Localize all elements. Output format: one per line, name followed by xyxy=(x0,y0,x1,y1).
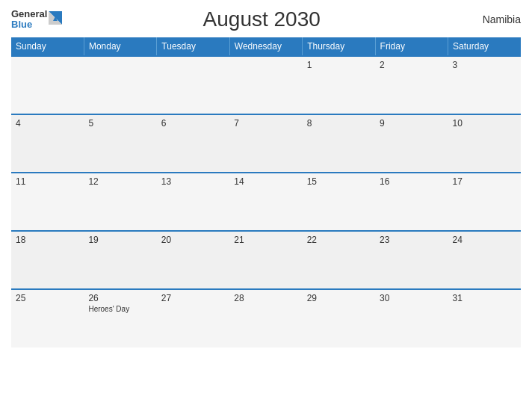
week-row-5: 25 26 Heroes' Day 27 28 29 30 31 xyxy=(11,289,521,347)
day-cell: 17 xyxy=(448,173,521,231)
day-cell: 16 xyxy=(375,173,448,231)
day-cell: 12 xyxy=(84,173,156,231)
day-cell: 19 xyxy=(84,231,156,289)
day-cell: 27 xyxy=(157,289,229,347)
calendar-table: Sunday Monday Tuesday Wednesday Thursday… xyxy=(11,37,521,347)
heroes-day-event: Heroes' Day xyxy=(88,305,152,313)
day-cell: 18 xyxy=(11,231,84,289)
page-header: General Blue ▲ August 2030 Namibia xyxy=(11,7,521,31)
day-cell: 22 xyxy=(303,231,375,289)
day-cell: 6 xyxy=(157,114,229,173)
country-label: Namibia xyxy=(461,13,521,25)
header-thursday: Thursday xyxy=(303,37,375,56)
day-cell: 25 xyxy=(11,289,84,347)
day-cell xyxy=(157,56,229,114)
week-row-4: 18 19 20 21 22 23 24 xyxy=(11,231,521,289)
header-monday: Monday xyxy=(84,37,156,56)
day-cell: 20 xyxy=(157,231,229,289)
day-cell: 7 xyxy=(229,114,302,173)
day-cell: 31 xyxy=(448,289,521,347)
header-friday: Friday xyxy=(375,37,448,56)
day-cell: 24 xyxy=(448,231,521,289)
week-row-2: 4 5 6 7 8 9 10 xyxy=(11,114,521,173)
day-cell: 30 xyxy=(375,289,448,347)
day-cell: 8 xyxy=(303,114,375,173)
logo-general-text: General xyxy=(11,9,47,19)
day-cell: 21 xyxy=(229,231,302,289)
logo-blue-text: Blue xyxy=(11,19,47,30)
day-cell: 15 xyxy=(303,173,375,231)
day-cell: 1 xyxy=(303,56,375,114)
day-cell: 29 xyxy=(303,289,375,347)
day-cell: 23 xyxy=(375,231,448,289)
header-saturday: Saturday xyxy=(448,37,521,56)
svg-text:▲: ▲ xyxy=(52,14,59,22)
header-sunday: Sunday xyxy=(11,37,84,56)
day-cell: 4 xyxy=(11,114,84,173)
page-title: August 2030 xyxy=(62,7,461,31)
weekday-header-row: Sunday Monday Tuesday Wednesday Thursday… xyxy=(11,37,521,56)
logo: General Blue ▲ xyxy=(11,9,62,31)
day-cell: 5 xyxy=(84,114,156,173)
week-row-3: 11 12 13 14 15 16 17 xyxy=(11,173,521,231)
logo-flag-icon: ▲ xyxy=(49,11,62,25)
day-cell xyxy=(229,56,302,114)
day-cell-heroes: 26 Heroes' Day xyxy=(84,289,156,347)
day-cell: 10 xyxy=(448,114,521,173)
day-cell: 14 xyxy=(229,173,302,231)
day-cell: 28 xyxy=(229,289,302,347)
day-cell: 11 xyxy=(11,173,84,231)
week-row-1: 1 2 3 xyxy=(11,56,521,114)
day-cell: 9 xyxy=(375,114,448,173)
day-cell xyxy=(84,56,156,114)
calendar-page: General Blue ▲ August 2030 Namibia Sunda… xyxy=(0,0,532,411)
header-wednesday: Wednesday xyxy=(229,37,302,56)
day-cell: 3 xyxy=(448,56,521,114)
header-tuesday: Tuesday xyxy=(157,37,229,56)
day-cell xyxy=(11,56,84,114)
day-cell: 2 xyxy=(375,56,448,114)
day-cell: 13 xyxy=(157,173,229,231)
